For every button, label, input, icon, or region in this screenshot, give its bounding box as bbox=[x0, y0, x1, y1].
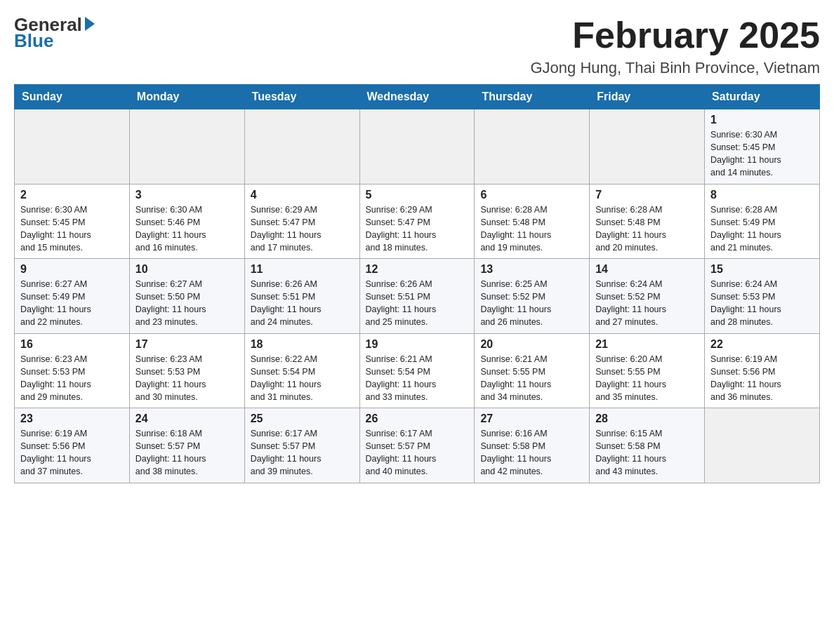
day-number: 18 bbox=[251, 338, 354, 351]
calendar-header-monday: Monday bbox=[129, 85, 244, 109]
day-number: 14 bbox=[595, 263, 699, 276]
calendar-cell: 14Sunrise: 6:24 AM Sunset: 5:52 PM Dayli… bbox=[590, 259, 705, 334]
calendar-cell: 11Sunrise: 6:26 AM Sunset: 5:51 PM Dayli… bbox=[244, 259, 359, 334]
calendar-header-sunday: Sunday bbox=[15, 85, 130, 109]
calendar-cell bbox=[705, 408, 820, 483]
day-number: 15 bbox=[710, 263, 814, 276]
day-number: 7 bbox=[595, 189, 699, 201]
calendar-cell: 8Sunrise: 6:28 AM Sunset: 5:49 PM Daylig… bbox=[705, 184, 820, 259]
day-info: Sunrise: 6:24 AM Sunset: 5:52 PM Dayligh… bbox=[595, 278, 699, 329]
calendar-cell: 18Sunrise: 6:22 AM Sunset: 5:54 PM Dayli… bbox=[244, 333, 359, 408]
calendar-cell: 3Sunrise: 6:30 AM Sunset: 5:46 PM Daylig… bbox=[129, 184, 244, 259]
day-info: Sunrise: 6:21 AM Sunset: 5:55 PM Dayligh… bbox=[480, 353, 583, 404]
calendar-cell: 7Sunrise: 6:28 AM Sunset: 5:48 PM Daylig… bbox=[590, 184, 705, 259]
day-number: 3 bbox=[135, 189, 239, 201]
day-number: 12 bbox=[366, 263, 469, 276]
day-info: Sunrise: 6:19 AM Sunset: 5:56 PM Dayligh… bbox=[20, 427, 124, 478]
day-info: Sunrise: 6:22 AM Sunset: 5:54 PM Dayligh… bbox=[251, 353, 354, 404]
calendar-week-row: 9Sunrise: 6:27 AM Sunset: 5:49 PM Daylig… bbox=[15, 259, 820, 334]
day-number: 19 bbox=[366, 338, 469, 351]
day-info: Sunrise: 6:21 AM Sunset: 5:54 PM Dayligh… bbox=[366, 353, 469, 404]
calendar-cell bbox=[359, 109, 475, 185]
day-info: Sunrise: 6:20 AM Sunset: 5:55 PM Dayligh… bbox=[595, 353, 699, 404]
day-info: Sunrise: 6:17 AM Sunset: 5:57 PM Dayligh… bbox=[366, 427, 469, 478]
day-info: Sunrise: 6:27 AM Sunset: 5:50 PM Dayligh… bbox=[135, 278, 239, 329]
day-info: Sunrise: 6:30 AM Sunset: 5:45 PM Dayligh… bbox=[710, 128, 814, 180]
day-number: 17 bbox=[135, 338, 239, 351]
day-number: 11 bbox=[251, 263, 354, 276]
day-info: Sunrise: 6:18 AM Sunset: 5:57 PM Dayligh… bbox=[135, 427, 239, 478]
day-number: 8 bbox=[710, 189, 814, 201]
day-number: 22 bbox=[710, 338, 814, 351]
calendar-cell: 10Sunrise: 6:27 AM Sunset: 5:50 PM Dayli… bbox=[129, 259, 244, 334]
title-area: February 2025 GJong Hung, Thai Binh Prov… bbox=[530, 14, 820, 77]
day-number: 20 bbox=[480, 338, 583, 351]
calendar-week-row: 16Sunrise: 6:23 AM Sunset: 5:53 PM Dayli… bbox=[15, 333, 820, 408]
day-number: 23 bbox=[20, 412, 124, 425]
day-info: Sunrise: 6:26 AM Sunset: 5:51 PM Dayligh… bbox=[251, 278, 354, 329]
calendar-header-thursday: Thursday bbox=[475, 85, 590, 109]
calendar-header-row: SundayMondayTuesdayWednesdayThursdayFrid… bbox=[15, 85, 820, 109]
calendar-cell: 25Sunrise: 6:17 AM Sunset: 5:57 PM Dayli… bbox=[244, 408, 359, 483]
day-number: 4 bbox=[251, 189, 354, 201]
calendar-cell: 13Sunrise: 6:25 AM Sunset: 5:52 PM Dayli… bbox=[475, 259, 590, 334]
calendar-header-saturday: Saturday bbox=[705, 85, 820, 109]
calendar-cell: 12Sunrise: 6:26 AM Sunset: 5:51 PM Dayli… bbox=[359, 259, 475, 334]
day-info: Sunrise: 6:24 AM Sunset: 5:53 PM Dayligh… bbox=[710, 278, 814, 329]
calendar-table: SundayMondayTuesdayWednesdayThursdayFrid… bbox=[14, 84, 820, 483]
calendar-cell: 4Sunrise: 6:29 AM Sunset: 5:47 PM Daylig… bbox=[244, 184, 359, 259]
day-info: Sunrise: 6:16 AM Sunset: 5:58 PM Dayligh… bbox=[480, 427, 583, 478]
calendar-cell: 9Sunrise: 6:27 AM Sunset: 5:49 PM Daylig… bbox=[15, 259, 130, 334]
day-number: 9 bbox=[20, 263, 124, 276]
day-number: 24 bbox=[135, 412, 239, 425]
calendar-cell: 28Sunrise: 6:15 AM Sunset: 5:58 PM Dayli… bbox=[590, 408, 705, 483]
day-number: 27 bbox=[480, 412, 583, 425]
calendar-cell bbox=[244, 109, 359, 185]
day-number: 2 bbox=[20, 189, 124, 201]
day-info: Sunrise: 6:29 AM Sunset: 5:47 PM Dayligh… bbox=[251, 203, 354, 255]
calendar-cell: 2Sunrise: 6:30 AM Sunset: 5:45 PM Daylig… bbox=[15, 184, 130, 259]
month-title: February 2025 bbox=[530, 14, 820, 56]
calendar-cell: 20Sunrise: 6:21 AM Sunset: 5:55 PM Dayli… bbox=[475, 333, 590, 408]
calendar-header-wednesday: Wednesday bbox=[359, 85, 475, 109]
logo-blue-text: Blue bbox=[14, 30, 53, 52]
day-number: 6 bbox=[480, 189, 583, 201]
day-info: Sunrise: 6:26 AM Sunset: 5:51 PM Dayligh… bbox=[366, 278, 469, 329]
calendar-cell: 5Sunrise: 6:29 AM Sunset: 5:47 PM Daylig… bbox=[359, 184, 475, 259]
calendar-cell: 17Sunrise: 6:23 AM Sunset: 5:53 PM Dayli… bbox=[129, 333, 244, 408]
calendar-cell: 22Sunrise: 6:19 AM Sunset: 5:56 PM Dayli… bbox=[705, 333, 820, 408]
calendar-header-friday: Friday bbox=[590, 85, 705, 109]
day-info: Sunrise: 6:25 AM Sunset: 5:52 PM Dayligh… bbox=[480, 278, 583, 329]
day-info: Sunrise: 6:27 AM Sunset: 5:49 PM Dayligh… bbox=[20, 278, 124, 329]
calendar-cell bbox=[590, 109, 705, 185]
calendar-week-row: 2Sunrise: 6:30 AM Sunset: 5:45 PM Daylig… bbox=[15, 184, 820, 259]
calendar-cell bbox=[129, 109, 244, 185]
day-number: 13 bbox=[480, 263, 583, 276]
calendar-cell: 19Sunrise: 6:21 AM Sunset: 5:54 PM Dayli… bbox=[359, 333, 475, 408]
calendar-cell: 15Sunrise: 6:24 AM Sunset: 5:53 PM Dayli… bbox=[705, 259, 820, 334]
day-info: Sunrise: 6:17 AM Sunset: 5:57 PM Dayligh… bbox=[251, 427, 354, 478]
calendar-cell: 1Sunrise: 6:30 AM Sunset: 5:45 PM Daylig… bbox=[705, 109, 820, 185]
calendar-cell: 6Sunrise: 6:28 AM Sunset: 5:48 PM Daylig… bbox=[475, 184, 590, 259]
location-title: GJong Hung, Thai Binh Province, Vietnam bbox=[530, 59, 820, 77]
calendar-cell: 16Sunrise: 6:23 AM Sunset: 5:53 PM Dayli… bbox=[15, 333, 130, 408]
calendar-cell bbox=[475, 109, 590, 185]
calendar-cell: 24Sunrise: 6:18 AM Sunset: 5:57 PM Dayli… bbox=[129, 408, 244, 483]
day-number: 21 bbox=[595, 338, 699, 351]
day-number: 5 bbox=[366, 189, 469, 201]
logo-triangle-icon bbox=[85, 17, 95, 31]
calendar-week-row: 23Sunrise: 6:19 AM Sunset: 5:56 PM Dayli… bbox=[15, 408, 820, 483]
day-number: 28 bbox=[595, 412, 699, 425]
calendar-cell bbox=[15, 109, 130, 185]
logo: General Blue bbox=[14, 14, 95, 52]
day-number: 16 bbox=[20, 338, 124, 351]
day-info: Sunrise: 6:28 AM Sunset: 5:48 PM Dayligh… bbox=[480, 203, 583, 255]
day-info: Sunrise: 6:30 AM Sunset: 5:45 PM Dayligh… bbox=[20, 203, 124, 255]
header: General Blue February 2025 GJong Hung, T… bbox=[14, 14, 820, 77]
day-info: Sunrise: 6:29 AM Sunset: 5:47 PM Dayligh… bbox=[366, 203, 469, 255]
day-info: Sunrise: 6:15 AM Sunset: 5:58 PM Dayligh… bbox=[595, 427, 699, 478]
day-info: Sunrise: 6:19 AM Sunset: 5:56 PM Dayligh… bbox=[710, 353, 814, 404]
calendar-week-row: 1Sunrise: 6:30 AM Sunset: 5:45 PM Daylig… bbox=[15, 109, 820, 185]
calendar-header-tuesday: Tuesday bbox=[244, 85, 359, 109]
calendar-cell: 27Sunrise: 6:16 AM Sunset: 5:58 PM Dayli… bbox=[475, 408, 590, 483]
